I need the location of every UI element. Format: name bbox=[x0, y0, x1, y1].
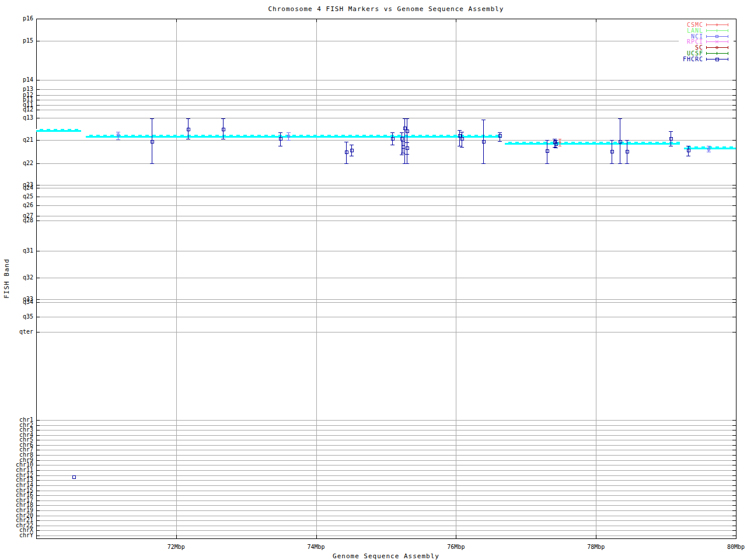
plot-area: CSMCLANLNCIRPCISCUCSFFHCRC bbox=[0, 0, 747, 560]
x-axis-title: Genome Sequence Assembly bbox=[36, 552, 736, 560]
y-tick-label-p15: p15 bbox=[0, 38, 33, 44]
y-tick-label-q21: q21 bbox=[0, 137, 33, 143]
y-tick-label-q24: q24 bbox=[0, 185, 33, 191]
legend-label-FHCRC: FHCRC bbox=[683, 56, 703, 62]
y-tick-label-q28: q28 bbox=[0, 218, 33, 223]
y-tick-label-p16: p16 bbox=[0, 16, 33, 22]
y-tick-label-q31: q31 bbox=[0, 248, 33, 254]
y-tick-label-q13: q13 bbox=[0, 115, 33, 121]
y-tick-label-q12: q12 bbox=[0, 107, 33, 113]
fish-marker-chart: CSMCLANLNCIRPCISCUCSFFHCRC Chromosome 4 … bbox=[0, 0, 747, 560]
y-tick-label-q22: q22 bbox=[0, 160, 33, 166]
y-tick-label-q32: q32 bbox=[0, 275, 33, 281]
y-tick-label-q35: q35 bbox=[0, 314, 33, 320]
x-tick-label-74Mbp: 74Mbp bbox=[293, 544, 340, 550]
x-tick-label-78Mbp: 78Mbp bbox=[573, 544, 619, 550]
y-tick-label-q34: q34 bbox=[0, 299, 33, 305]
y-tick-label-p14: p14 bbox=[0, 77, 33, 83]
x-tick-label-76Mbp: 76Mbp bbox=[432, 544, 479, 550]
square-marker bbox=[72, 476, 75, 479]
y-tick-label-q26: q26 bbox=[0, 202, 33, 208]
chart-title: Chromosome 4 FISH Markers vs Genome Sequ… bbox=[36, 5, 736, 13]
x-tick-label-80Mbp: 80Mbp bbox=[713, 544, 747, 550]
y-tick-label-q25: q25 bbox=[0, 194, 33, 200]
y-tick-label-chrY: chrY bbox=[0, 533, 33, 538]
x-tick-label-72Mbp: 72Mbp bbox=[153, 544, 200, 550]
y-tick-label-qter: qter bbox=[0, 329, 33, 335]
